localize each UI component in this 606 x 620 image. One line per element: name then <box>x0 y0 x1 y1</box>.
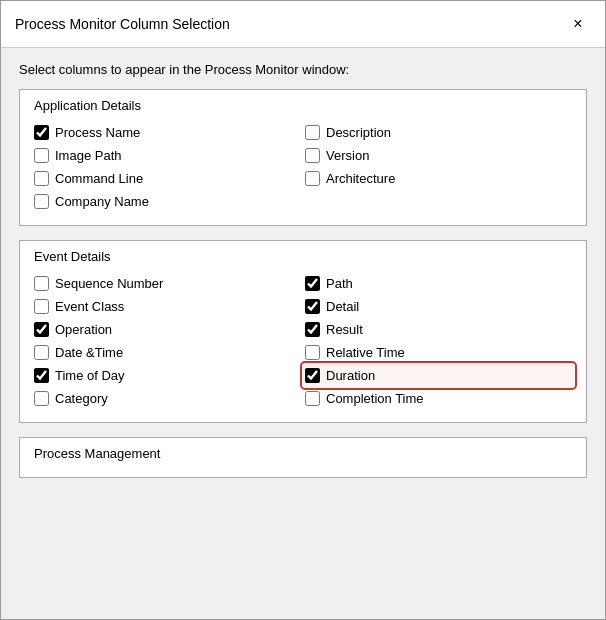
checkbox-item-description[interactable]: Description <box>303 121 574 144</box>
checkbox-process-name[interactable] <box>34 125 49 140</box>
group-title-process-management: Process Management <box>34 446 574 461</box>
group-process-management: Process Management <box>19 437 587 478</box>
instruction-text: Select columns to appear in the Process … <box>19 62 587 77</box>
checkbox-item-path[interactable]: Path <box>303 272 574 295</box>
checkbox-item-image-path[interactable]: Image Path <box>32 144 303 167</box>
label-relative-time[interactable]: Relative Time <box>326 345 405 360</box>
checkbox-item-company-name[interactable]: Company Name <box>32 190 303 213</box>
checkbox-path[interactable] <box>305 276 320 291</box>
label-image-path[interactable]: Image Path <box>55 148 122 163</box>
checkbox-item-duration[interactable]: Duration <box>303 364 574 387</box>
checkbox-item-event-class[interactable]: Event Class <box>32 295 303 318</box>
checkbox-description[interactable] <box>305 125 320 140</box>
checkbox-item-date-time[interactable]: Date &Time <box>32 341 303 364</box>
label-sequence-number[interactable]: Sequence Number <box>55 276 163 291</box>
group-title-application-details: Application Details <box>34 98 574 113</box>
group-application-details: Application Details Process Name Descrip… <box>19 89 587 226</box>
label-result[interactable]: Result <box>326 322 363 337</box>
checkbox-item-completion-time[interactable]: Completion Time <box>303 387 574 410</box>
checkbox-category[interactable] <box>34 391 49 406</box>
checkbox-time-of-day[interactable] <box>34 368 49 383</box>
dialog: Process Monitor Column Selection × Selec… <box>0 0 606 620</box>
checkbox-detail[interactable] <box>305 299 320 314</box>
label-architecture[interactable]: Architecture <box>326 171 395 186</box>
checkbox-company-name[interactable] <box>34 194 49 209</box>
label-description[interactable]: Description <box>326 125 391 140</box>
label-duration[interactable]: Duration <box>326 368 375 383</box>
checkbox-relative-time[interactable] <box>305 345 320 360</box>
checkbox-sequence-number[interactable] <box>34 276 49 291</box>
checkbox-item-architecture[interactable]: Architecture <box>303 167 574 190</box>
dialog-body: Select columns to appear in the Process … <box>1 48 605 619</box>
checkbox-result[interactable] <box>305 322 320 337</box>
label-date-time[interactable]: Date &Time <box>55 345 123 360</box>
label-operation[interactable]: Operation <box>55 322 112 337</box>
checkbox-item-relative-time[interactable]: Relative Time <box>303 341 574 364</box>
close-button[interactable]: × <box>565 11 591 37</box>
label-detail[interactable]: Detail <box>326 299 359 314</box>
application-details-grid: Process Name Description Image Path Vers… <box>32 121 574 213</box>
checkbox-item-version[interactable]: Version <box>303 144 574 167</box>
checkbox-operation[interactable] <box>34 322 49 337</box>
checkbox-item-category[interactable]: Category <box>32 387 303 410</box>
checkbox-image-path[interactable] <box>34 148 49 163</box>
label-event-class[interactable]: Event Class <box>55 299 124 314</box>
checkbox-item-time-of-day[interactable]: Time of Day <box>32 364 303 387</box>
checkbox-date-time[interactable] <box>34 345 49 360</box>
checkbox-item-operation[interactable]: Operation <box>32 318 303 341</box>
label-category[interactable]: Category <box>55 391 108 406</box>
checkbox-duration[interactable] <box>305 368 320 383</box>
label-time-of-day[interactable]: Time of Day <box>55 368 125 383</box>
checkbox-version[interactable] <box>305 148 320 163</box>
label-command-line[interactable]: Command Line <box>55 171 143 186</box>
checkbox-completion-time[interactable] <box>305 391 320 406</box>
checkbox-item-result[interactable]: Result <box>303 318 574 341</box>
group-event-details: Event Details Sequence Number Path Event… <box>19 240 587 423</box>
dialog-title: Process Monitor Column Selection <box>15 16 230 32</box>
label-process-name[interactable]: Process Name <box>55 125 140 140</box>
checkbox-architecture[interactable] <box>305 171 320 186</box>
checkbox-item-detail[interactable]: Detail <box>303 295 574 318</box>
checkbox-item-command-line[interactable]: Command Line <box>32 167 303 190</box>
group-title-event-details: Event Details <box>34 249 574 264</box>
title-bar: Process Monitor Column Selection × <box>1 1 605 48</box>
checkbox-item-sequence-number[interactable]: Sequence Number <box>32 272 303 295</box>
event-details-grid: Sequence Number Path Event Class Detail <box>32 272 574 410</box>
checkbox-event-class[interactable] <box>34 299 49 314</box>
label-version[interactable]: Version <box>326 148 369 163</box>
label-completion-time[interactable]: Completion Time <box>326 391 424 406</box>
checkbox-item-process-name[interactable]: Process Name <box>32 121 303 144</box>
checkbox-command-line[interactable] <box>34 171 49 186</box>
label-company-name[interactable]: Company Name <box>55 194 149 209</box>
label-path[interactable]: Path <box>326 276 353 291</box>
